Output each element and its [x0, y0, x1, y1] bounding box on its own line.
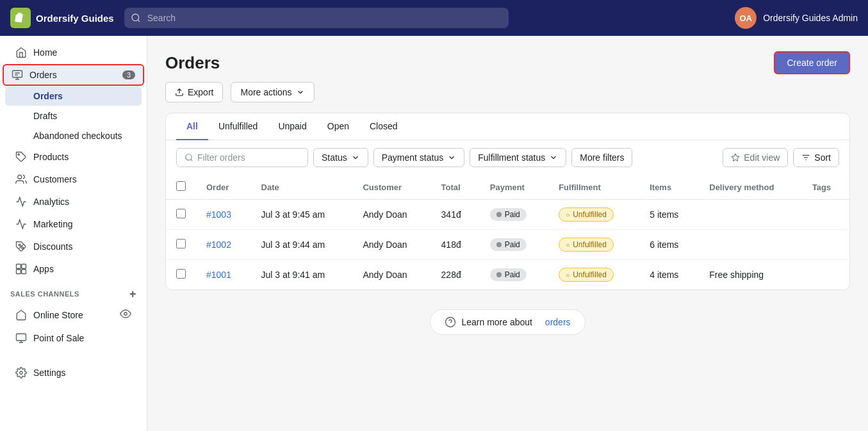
page-actions: Export More actions [165, 82, 850, 102]
row-items-2: 4 items [639, 260, 699, 290]
row-delivery-0 [699, 200, 802, 230]
sidebar-item-products[interactable]: Products [5, 146, 142, 168]
order-link-1[interactable]: #1002 [206, 240, 231, 250]
shopify-logo [10, 8, 31, 28]
select-all-checkbox[interactable] [176, 181, 186, 191]
table-row: #1002 Jul 3 at 9:44 am Andy Doan 418đ Pa… [166, 230, 849, 260]
col-date: Date [251, 175, 353, 200]
eye-icon [120, 308, 131, 320]
discounts-icon [15, 241, 27, 252]
sidebar-item-analytics[interactable]: Analytics [5, 191, 142, 213]
status-chevron-icon [351, 153, 360, 162]
row-total-2: 228đ [431, 260, 480, 290]
col-customer: Customer [352, 175, 430, 200]
filter-search-container [176, 148, 308, 167]
sidebar-label-settings: Settings [33, 368, 66, 378]
search-input[interactable] [124, 8, 509, 28]
row-checkbox-1[interactable] [176, 239, 186, 248]
payment-chevron-icon [447, 153, 456, 162]
sort-button[interactable]: Sort [793, 148, 839, 167]
orders-badge: 3 [122, 70, 135, 79]
sidebar-subitem-orders-label: Orders [33, 91, 63, 101]
svg-marker-15 [732, 154, 739, 161]
create-order-button[interactable]: Create order [774, 51, 850, 74]
marketing-icon [15, 218, 27, 230]
sidebar-label-home: Home [33, 47, 57, 58]
sort-label: Sort [814, 152, 831, 163]
col-items: Items [639, 175, 699, 200]
svg-point-0 [132, 14, 139, 21]
export-icon [175, 88, 184, 97]
row-fulfillment-0: Unfulfilled [548, 200, 639, 230]
fulfillment-status-filter-button[interactable]: Fulfillment status [470, 148, 566, 167]
products-icon [15, 151, 27, 163]
sidebar-item-discounts[interactable]: Discounts [5, 236, 142, 257]
sidebar-subitem-abandoned[interactable]: Abandoned checkouts [5, 126, 142, 145]
order-link-2[interactable]: #1001 [206, 270, 231, 280]
tab-unpaid[interactable]: Unpaid [268, 113, 316, 140]
order-link-0[interactable]: #1003 [206, 209, 231, 220]
add-sales-channel-button[interactable]: + [129, 288, 136, 300]
row-tags-2 [802, 260, 849, 290]
pos-icon [15, 332, 27, 344]
svg-point-2 [18, 154, 19, 155]
learn-more-link[interactable]: orders [545, 317, 571, 327]
apps-icon [15, 263, 27, 275]
brand[interactable]: Ordersify Guides [10, 8, 114, 28]
export-button[interactable]: Export [165, 82, 223, 102]
sidebar-item-settings[interactable]: Settings [5, 362, 142, 384]
svg-rect-7 [22, 264, 26, 269]
tab-closed[interactable]: Closed [359, 113, 408, 140]
table-row: #1003 Jul 3 at 9:45 am Andy Doan 341đ Pa… [166, 200, 849, 230]
tab-unfulfilled[interactable]: Unfulfilled [208, 113, 268, 140]
tab-all[interactable]: All [176, 113, 208, 140]
edit-view-label: Edit view [744, 152, 780, 163]
row-checkbox-2[interactable] [176, 269, 186, 279]
edit-view-button[interactable]: Edit view [723, 148, 788, 167]
sidebar-label-analytics: Analytics [33, 197, 69, 207]
more-filters-label: More filters [580, 152, 624, 163]
row-checkbox-0[interactable] [176, 209, 186, 218]
col-fulfillment: Fulfillment [548, 175, 639, 200]
more-filters-button[interactable]: More filters [571, 148, 632, 167]
status-filter-label: Status [322, 152, 347, 163]
payment-status-filter-button[interactable]: Payment status [373, 148, 465, 167]
table-row: #1001 Jul 3 at 9:41 am Andy Doan 228đ Pa… [166, 260, 849, 290]
online-store-icon [15, 309, 27, 321]
settings-icon [15, 367, 27, 378]
search-icon [131, 13, 141, 23]
sidebar-item-pos[interactable]: Point of Sale [5, 327, 142, 349]
search-container [124, 8, 509, 28]
sidebar-subitem-drafts[interactable]: Drafts [5, 106, 142, 126]
avatar: OA [735, 7, 757, 29]
sidebar-item-online-store[interactable]: Online Store [5, 303, 142, 327]
sidebar-item-home[interactable]: Home [5, 42, 142, 63]
more-actions-button[interactable]: More actions [231, 82, 314, 102]
sidebar-label-customers: Customers [33, 174, 77, 184]
status-filter-button[interactable]: Status [313, 148, 368, 167]
svg-point-3 [18, 175, 22, 179]
svg-rect-6 [17, 264, 21, 269]
row-customer-2: Andy Doan [352, 260, 430, 290]
topnav-right: OA Ordersify Guides Admin [735, 7, 858, 29]
col-tags: Tags [802, 175, 849, 200]
orders-card: All Unfulfilled Unpaid Open Closed Statu… [165, 113, 850, 290]
row-date-1: Jul 3 at 9:44 am [251, 230, 353, 260]
sidebar-item-customers[interactable]: Customers [5, 168, 142, 190]
main-content: Orders Create order Export More actions … [147, 36, 868, 431]
svg-point-10 [124, 313, 127, 316]
sidebar-subitem-orders[interactable]: Orders [5, 86, 142, 106]
row-customer-1: Andy Doan [352, 230, 430, 260]
sidebar-item-apps[interactable]: Apps [5, 258, 142, 280]
filters-row: Status Payment status Fulfillment status [166, 140, 849, 175]
filter-orders-input[interactable] [197, 152, 300, 163]
svg-rect-8 [17, 270, 21, 274]
help-icon [445, 316, 456, 328]
home-icon [15, 47, 27, 58]
sidebar-item-marketing[interactable]: Marketing [5, 213, 142, 235]
learn-more-pill: Learn more about orders [430, 309, 585, 335]
sidebar-item-orders[interactable]: Orders 3 [3, 64, 144, 86]
row-delivery-1 [699, 230, 802, 260]
svg-point-12 [20, 371, 23, 375]
tab-open[interactable]: Open [317, 113, 359, 140]
